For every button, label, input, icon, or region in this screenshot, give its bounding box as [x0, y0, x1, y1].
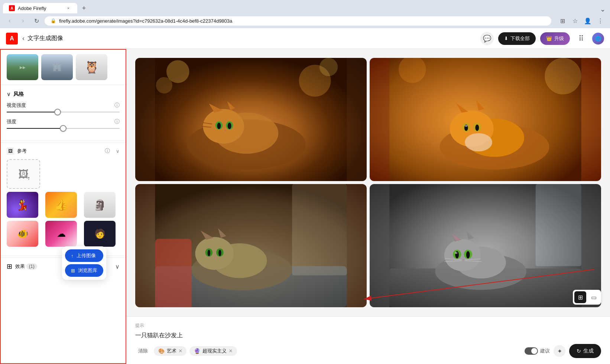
- strength-slider: 强度 ⓘ: [7, 118, 120, 129]
- visual-strength-thumb[interactable]: [54, 109, 61, 115]
- user-icon: 🌐: [595, 36, 601, 42]
- image-card-1[interactable]: [135, 58, 367, 181]
- style-thumb-neon[interactable]: 💃: [7, 192, 38, 218]
- grid-view-icon: ⊞: [578, 294, 583, 301]
- tab-bar: A Adobe Firefly × + ⌄: [0, 0, 610, 13]
- svg-rect-47: [536, 184, 581, 266]
- visual-strength-slider: 视觉强度 ⓘ: [7, 102, 120, 112]
- svg-point-29: [465, 125, 467, 127]
- tab-favicon: A: [9, 5, 15, 11]
- upload-area[interactable]: 🖼 ↑: [7, 159, 40, 189]
- svg-point-36: [195, 237, 233, 270]
- browse-library-button[interactable]: ⊞ 浏览图库: [65, 264, 103, 277]
- upgrade-button[interactable]: 👑 升级: [540, 32, 570, 45]
- prompt-bottom-row: 清除 🎨 艺术 × 🔮 超现实主义 ×: [135, 344, 601, 358]
- active-tab[interactable]: A Adobe Firefly ×: [3, 3, 77, 13]
- svg-point-18: [545, 58, 581, 94]
- clear-button[interactable]: 清除: [135, 346, 151, 356]
- prompt-text[interactable]: 一只猫趴在沙发上: [135, 332, 601, 340]
- fish-icon: 🐠: [17, 229, 28, 239]
- reference-label: 参考: [17, 148, 27, 154]
- style-thumb-fish[interactable]: 🐠: [7, 221, 38, 247]
- app-header: A ‹ 文字生成图像 💬 ⬇ 下载全部 👑 升级 ⠿ 🌐: [0, 28, 610, 49]
- download-all-button[interactable]: ⬇ 下载全部: [498, 32, 536, 45]
- upload-area-icons: 🖼 ↑: [18, 168, 29, 180]
- style-thumb-sculpture[interactable]: 🗿: [84, 192, 116, 218]
- art-tag-remove[interactable]: ×: [179, 348, 182, 354]
- profile-icon[interactable]: 👤: [583, 16, 593, 26]
- strength-track[interactable]: [7, 128, 120, 129]
- single-view-button[interactable]: ▭: [588, 291, 600, 303]
- reference-header: 🖼 参考 ⓘ ∨: [7, 147, 120, 155]
- cat-image-4: [370, 184, 601, 307]
- upload-image-button[interactable]: ↑ 上传图像: [65, 249, 103, 262]
- strength-info-icon[interactable]: ⓘ: [114, 118, 120, 125]
- url-bar[interactable]: 🔒 firefly.adobe.com/generate/images?id=c…: [45, 16, 551, 26]
- visual-strength-info-icon[interactable]: ⓘ: [114, 102, 120, 109]
- new-tab-button[interactable]: +: [79, 3, 89, 13]
- cat-image-3: [135, 184, 367, 307]
- generate-label: 生成: [583, 348, 594, 354]
- enhance-button[interactable]: ✦: [554, 345, 565, 357]
- main-content: ⊞ ▭ 提示 一只猫趴在沙发上 清除 🎨: [126, 49, 610, 364]
- suggestion-label: 建议: [540, 348, 550, 354]
- chat-button[interactable]: 💬: [480, 32, 494, 45]
- image-card-4[interactable]: [370, 184, 601, 307]
- cat-image-1: [135, 58, 367, 181]
- svg-point-42: [218, 250, 221, 256]
- translate-icon[interactable]: ⊞: [557, 16, 568, 26]
- grid-view-button[interactable]: ⊞: [574, 291, 586, 303]
- person-icon: 🧑: [94, 229, 106, 239]
- style-chevron-icon[interactable]: ∨: [7, 91, 10, 97]
- svg-point-30: [465, 133, 492, 151]
- tag-surrealism[interactable]: 🔮 超现实主义 ×: [189, 346, 237, 356]
- suggestion-toggle-track[interactable]: [525, 347, 538, 355]
- tab-close-button[interactable]: ×: [65, 5, 71, 11]
- image-card-3[interactable]: [135, 184, 367, 307]
- style-section: ∨ 风格 视觉强度 ⓘ 强度 ⓘ: [1, 86, 126, 139]
- page-title: 文字生成图像: [27, 35, 63, 42]
- effects-count-badge: (1): [26, 263, 37, 269]
- tag-art[interactable]: 🎨 艺术 ×: [154, 346, 186, 356]
- cloud-icon: ☁: [57, 229, 66, 239]
- bookmark-icon[interactable]: ☆: [570, 16, 580, 26]
- style-preview-building[interactable]: 🏢: [41, 54, 73, 80]
- refresh-button[interactable]: ↻: [31, 16, 42, 26]
- style-thumb-clouds[interactable]: ☁: [45, 221, 77, 247]
- back-button[interactable]: ‹: [4, 16, 15, 26]
- back-button[interactable]: ‹: [22, 35, 25, 42]
- effects-chevron-icon[interactable]: ∨: [115, 263, 120, 270]
- tab-right-controls: ⌄: [600, 5, 610, 13]
- app-grid-button[interactable]: ⠿: [574, 32, 588, 45]
- single-view-icon: ▭: [591, 294, 597, 301]
- user-avatar[interactable]: 🌐: [592, 33, 604, 45]
- adobe-logo: A: [6, 33, 18, 45]
- forward-button[interactable]: ›: [18, 16, 28, 26]
- suggestion-toggle-thumb: [531, 348, 537, 354]
- svg-point-4: [156, 77, 172, 94]
- art-tag-icon: 🎨: [158, 348, 165, 354]
- generate-button[interactable]: ↻ 生成: [569, 344, 601, 358]
- view-toggle: ⊞ ▭: [573, 290, 601, 305]
- browse-icon: ⊞: [71, 268, 75, 273]
- effects-icon: ⊞: [7, 262, 12, 270]
- menu-icon[interactable]: ⋮: [595, 16, 606, 26]
- reference-info-icon[interactable]: ⓘ: [105, 148, 110, 154]
- style-preview-owl[interactable]: 🦉: [76, 54, 107, 80]
- surrealism-tag-remove[interactable]: ×: [229, 348, 232, 354]
- style-thumb-thumbsup[interactable]: 👍: [45, 192, 77, 218]
- image-card-2[interactable]: [370, 58, 601, 181]
- reference-content: 🖼 ↑ ↑ 上传图像 ⊞ 浏览图库: [7, 159, 120, 189]
- surrealism-tag-label: 超现实主义: [202, 348, 227, 354]
- svg-rect-33: [292, 184, 347, 275]
- style-section-header: ∨ 风格: [7, 91, 120, 98]
- svg-point-50: [444, 239, 481, 271]
- tab-dropdown-icon[interactable]: ⌄: [600, 5, 606, 13]
- style-thumb-person[interactable]: 🧑: [84, 221, 116, 247]
- svg-point-57: [466, 251, 470, 259]
- reference-chevron-icon[interactable]: ∨: [116, 148, 120, 154]
- strength-thumb[interactable]: [60, 125, 66, 132]
- visual-strength-track[interactable]: [7, 112, 120, 112]
- style-preview-road[interactable]: ▶▶: [7, 54, 38, 80]
- reference-icon: 🖼: [7, 147, 14, 155]
